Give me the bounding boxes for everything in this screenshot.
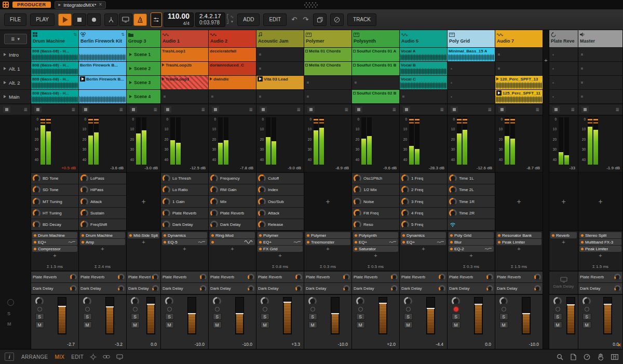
add-device-button[interactable]: + [449,252,494,258]
add-device-button[interactable]: + [550,239,577,245]
device-enable-dot[interactable] [402,241,405,244]
scene-stop-icon[interactable]: ≣ [249,107,253,112]
stop-button[interactable] [73,14,86,26]
device-chip[interactable]: EQ+ [258,239,303,245]
device-chip[interactable]: Polymer [305,232,350,238]
scene-stop-icon[interactable]: ≣ [615,107,619,112]
clip[interactable]: dorianreduced_C [209,62,256,75]
track-header[interactable]: Audio 1 [161,30,208,47]
macro-knob[interactable] [162,209,170,217]
clip[interactable]: TrashLoop1 [161,48,208,61]
macro-knob[interactable] [80,174,88,182]
solo-button[interactable]: S [356,313,365,320]
position-value[interactable]: 2.4.2.17 [199,13,221,20]
track-header[interactable]: Polymer [304,30,351,47]
display-icon[interactable] [116,354,123,360]
scene-stop-icon[interactable]: ≣ [119,107,123,112]
macro-knob[interactable] [401,198,409,206]
punch-in-icon[interactable]: ⎡ [227,15,229,19]
device-chip[interactable]: EQ-2 [449,246,494,252]
clip-stop-button[interactable] [307,106,315,113]
pan-knob[interactable] [35,297,44,305]
send-knob[interactable] [343,274,350,280]
device-enable-dot[interactable] [259,234,262,237]
clip-stop-button[interactable] [581,106,589,113]
scene-stop-icon[interactable]: ≣ [487,107,492,112]
macro-knob[interactable] [33,221,40,228]
clip[interactable]: 808 (Bass-08) - H... [31,62,78,75]
device-enable-dot[interactable] [450,241,453,244]
send-knob[interactable] [534,285,541,292]
device-chip[interactable]: Polymer [258,232,303,238]
device-enable-dot[interactable] [581,234,584,237]
search-icon[interactable] [557,354,563,360]
volume-fader[interactable] [187,297,196,334]
track-header[interactable]: Audio 2 [209,30,256,47]
macro-knob[interactable] [258,198,266,206]
add-device-button[interactable]: + [305,246,350,251]
empty-clip-slot[interactable] [448,90,495,103]
empty-clip-slot[interactable] [304,76,351,89]
scene-stop-icon[interactable]: ≣ [571,107,575,112]
send-knob[interactable] [486,285,493,292]
mute-button[interactable]: M [35,321,44,328]
add-device-button[interactable]: + [32,252,77,258]
clip[interactable]: 120_Perc_SPFT_13 [495,76,543,89]
clip[interactable]: Berlin Firework B... [79,62,126,75]
send-knob[interactable] [248,285,254,292]
record-arm-button[interactable] [454,307,458,312]
empty-clip-slot[interactable] [578,62,622,75]
device-chip[interactable]: Dynamics [162,232,207,238]
send-knob[interactable] [614,274,621,280]
groove-icon[interactable]: ∿ [231,15,234,19]
device-chip[interactable]: FX Grid [258,246,303,252]
clip-stop-button[interactable] [451,106,458,113]
send-knob[interactable] [295,285,302,292]
device-chip[interactable]: EQ+ [32,239,77,245]
undo-icon[interactable]: ↶ [290,16,298,23]
macro-knob[interactable] [401,186,409,194]
device-chip[interactable]: Peak Limiter [496,239,541,245]
clip[interactable]: 808 (Bass-08) - H... [31,90,78,103]
empty-clip-slot[interactable] [495,62,543,75]
solo-button[interactable]: S [452,313,461,320]
macro-knob[interactable] [401,174,409,182]
device-enable-dot[interactable] [581,241,584,244]
pan-knob[interactable] [553,297,562,305]
clip-stop-button[interactable] [212,106,219,113]
macro-knob[interactable] [401,209,409,217]
device-enable-dot[interactable] [259,241,262,244]
pan-knob[interactable] [165,297,173,305]
send-knob[interactable] [70,274,77,280]
volume-fader[interactable] [235,297,244,334]
send-knob[interactable] [152,285,159,292]
track-header[interactable]: Master [578,30,622,47]
volume-fader[interactable] [146,297,155,334]
device-enable-dot[interactable] [307,234,309,237]
add-remote-controls-button[interactable]: + [326,197,330,206]
volume-fader[interactable] [474,297,483,334]
device-enable-dot[interactable] [164,234,166,237]
device-enable-dot[interactable] [211,234,214,237]
file-menu-button[interactable]: FILE [4,14,26,26]
empty-clip-slot[interactable] [256,62,304,75]
edit-button[interactable]: EDIT [263,14,287,26]
volume-fader[interactable] [522,297,531,334]
tempo-value[interactable]: 110.00 [168,12,189,20]
macro-knob[interactable] [449,209,457,217]
clip[interactable]: Soulful Chords 02 B [352,90,399,103]
clip[interactable]: dwindle [209,76,256,89]
clip-stop-button[interactable] [552,106,560,113]
device-chip[interactable]: Drum Machine [32,232,77,238]
empty-clip-slot[interactable] [578,76,622,89]
device-enable-dot[interactable] [355,241,357,244]
pan-knob[interactable] [213,297,221,305]
pan-knob[interactable] [583,297,591,305]
device-enable-dot[interactable] [355,234,357,237]
add-remote-controls-button[interactable]: + [561,197,565,206]
device-chip[interactable]: EQ-5 [162,239,207,245]
clip-stop-button[interactable] [498,106,506,113]
hand-icon[interactable] [598,354,604,360]
empty-clip-slot[interactable] [549,76,578,89]
device-chip[interactable]: Compressor [32,246,77,252]
